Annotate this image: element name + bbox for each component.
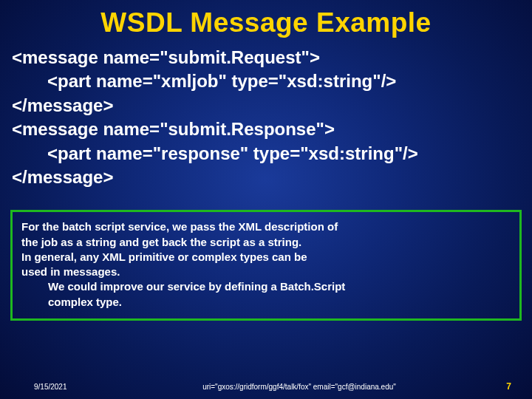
info-box: For the batch script service, we pass th… — [10, 210, 522, 321]
info-line: In general, any XML primitive or complex… — [21, 250, 511, 265]
info-line: For the batch script service, we pass th… — [21, 219, 511, 234]
code-line: <message name="submit.Response"> — [12, 117, 520, 141]
code-line: </message> — [12, 166, 520, 189]
info-line: complex type. — [21, 295, 511, 310]
info-line: the job as a string and get back the scr… — [21, 235, 511, 250]
code-line: <message name="submit.Request"> — [12, 46, 520, 69]
slide-title: WSDL Message Example — [0, 0, 532, 46]
info-line: We could improve our service by defining… — [21, 279, 511, 294]
footer: 9/15/2021 uri="gxos://gridform/ggf4/talk… — [0, 381, 532, 392]
code-line: <part name="response" type="xsd:string"/… — [12, 142, 520, 166]
page-number: 7 — [488, 381, 532, 392]
info-line: used in messages. — [21, 265, 511, 279]
code-line: </message> — [12, 94, 520, 117]
footer-uri: uri="gxos://gridform/ggf4/talk/fox" emai… — [111, 383, 488, 391]
code-block: <message name="submit.Request"> <part na… — [0, 46, 532, 189]
code-line: <part name="xmljob" type="xsd:string"/> — [12, 69, 520, 93]
footer-date: 9/15/2021 — [0, 383, 111, 391]
